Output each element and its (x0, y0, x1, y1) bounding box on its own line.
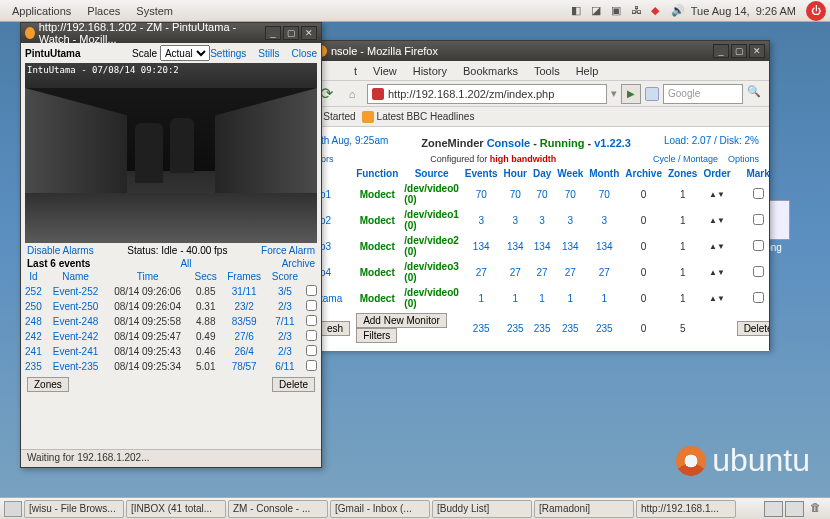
scale-select[interactable]: Actual (160, 45, 210, 61)
taskbar-item[interactable]: http://192.168.1... (636, 500, 736, 518)
event-name[interactable]: Event-252 (53, 286, 99, 297)
function-cell[interactable]: Modect (353, 233, 401, 259)
event-id[interactable]: 241 (25, 346, 42, 357)
mark-checkbox[interactable] (753, 188, 764, 199)
taskbar-item[interactable]: [INBOX (41 total... (126, 500, 226, 518)
mark-checkbox[interactable] (753, 292, 764, 303)
order-arrows[interactable]: ▲▼ (700, 285, 733, 311)
menu-item[interactable]: t (346, 63, 365, 79)
function-cell[interactable]: Modect (353, 285, 401, 311)
event-checkbox[interactable] (306, 330, 317, 341)
search-box[interactable]: Google (663, 84, 743, 104)
force-alarm-link[interactable]: Force Alarm (261, 245, 315, 256)
event-checkbox[interactable] (306, 315, 317, 326)
minimize-button[interactable]: _ (713, 44, 729, 58)
monitor-link[interactable]: tama (320, 293, 342, 304)
source-cell[interactable]: /dev/video2 (0) (401, 233, 461, 259)
go-button[interactable]: ▶ (621, 84, 641, 104)
search-icon[interactable]: 🔍 (747, 85, 765, 103)
event-checkbox[interactable] (306, 300, 317, 311)
close-button[interactable]: ✕ (301, 26, 317, 40)
refresh-button[interactable]: esh (320, 321, 350, 336)
mark-checkbox[interactable] (753, 266, 764, 277)
stills-link[interactable]: Stills (258, 48, 279, 59)
tray-icon[interactable]: ◧ (571, 4, 585, 18)
close-button[interactable]: ✕ (749, 44, 765, 58)
event-checkbox[interactable] (306, 285, 317, 296)
minimize-button[interactable]: _ (265, 26, 281, 40)
order-arrows[interactable]: ▲▼ (700, 181, 733, 207)
dropdown-icon[interactable]: ▾ (611, 87, 617, 100)
mark-checkbox[interactable] (753, 214, 764, 225)
order-arrows[interactable]: ▲▼ (700, 207, 733, 233)
event-name[interactable]: Event-250 (53, 301, 99, 312)
show-desktop-button[interactable] (4, 501, 22, 517)
tray-icon[interactable]: ▣ (611, 4, 625, 18)
order-arrows[interactable]: ▲▼ (700, 233, 733, 259)
menu-view[interactable]: View (365, 63, 405, 79)
event-checkbox[interactable] (306, 360, 317, 371)
add-monitor-button[interactable]: Add New Monitor (356, 313, 447, 328)
bookmark-item[interactable]: Latest BBC Headlines (362, 111, 475, 123)
tray-icon[interactable]: ◪ (591, 4, 605, 18)
clock-time[interactable]: 9:26 AM (756, 5, 796, 17)
maximize-button[interactable]: ▢ (731, 44, 747, 58)
order-arrows[interactable]: ▲▼ (700, 259, 733, 285)
event-name[interactable]: Event-248 (53, 316, 99, 327)
event-id[interactable]: 250 (25, 301, 42, 312)
workspace-switcher[interactable] (764, 501, 804, 517)
settings-link[interactable]: Settings (210, 48, 246, 59)
event-id[interactable]: 252 (25, 286, 42, 297)
url-bar[interactable]: http://192.168.1.202/zm/index.php (367, 84, 607, 104)
menu-help[interactable]: Help (568, 63, 607, 79)
function-cell[interactable]: Modect (353, 207, 401, 233)
event-checkbox[interactable] (306, 345, 317, 356)
disable-alarms-link[interactable]: Disable Alarms (27, 245, 94, 256)
source-cell[interactable]: /dev/video0 (0) (401, 181, 461, 207)
titlebar[interactable]: http://192.168.1.202 - ZM - PintuUtama -… (21, 23, 321, 43)
total-events[interactable]: 235 (473, 323, 490, 334)
taskbar-item[interactable]: [Buddy List] (432, 500, 532, 518)
updates-icon[interactable]: ◆ (651, 4, 665, 18)
titlebar[interactable]: nsole - Mozilla Firefox _ ▢ ✕ (311, 41, 769, 61)
volume-icon[interactable]: 🔊 (671, 4, 685, 18)
cycle-montage-link[interactable]: Cycle / Montage (653, 154, 718, 164)
source-cell[interactable]: /dev/video3 (0) (401, 259, 461, 285)
options-link[interactable]: Options (728, 154, 759, 164)
taskbar-item[interactable]: [Ramadoni] (534, 500, 634, 518)
filters-button[interactable]: Filters (356, 328, 397, 343)
event-name[interactable]: Event-235 (53, 361, 99, 372)
menu-system[interactable]: System (128, 3, 181, 19)
event-id[interactable]: 235 (25, 361, 42, 372)
taskbar-item[interactable]: [Gmail - Inbox (... (330, 500, 430, 518)
trash-icon[interactable]: 🗑 (810, 501, 826, 517)
all-link[interactable]: All (180, 258, 191, 269)
taskbar-item[interactable]: [wisu - File Brows... (24, 500, 124, 518)
event-id[interactable]: 242 (25, 331, 42, 342)
source-cell[interactable]: /dev/video1 (0) (401, 207, 461, 233)
close-link[interactable]: Close (291, 48, 317, 59)
network-icon[interactable]: 🖧 (631, 4, 645, 18)
mark-checkbox[interactable] (753, 240, 764, 251)
menu-tools[interactable]: Tools (526, 63, 568, 79)
menu-history[interactable]: History (405, 63, 455, 79)
event-id[interactable]: 248 (25, 316, 42, 327)
function-cell[interactable]: Modect (353, 259, 401, 285)
menu-bookmarks[interactable]: Bookmarks (455, 63, 526, 79)
event-name[interactable]: Event-242 (53, 331, 99, 342)
clock-day[interactable]: Tue Aug 14, (691, 5, 750, 17)
timestamp-link[interactable]: th Aug, 9:25am (321, 135, 388, 151)
home-button[interactable]: ⌂ (341, 83, 363, 105)
event-name[interactable]: Event-241 (53, 346, 99, 357)
maximize-button[interactable]: ▢ (283, 26, 299, 40)
delete-button[interactable]: Delete (272, 377, 315, 392)
version-link[interactable]: v1.22.3 (594, 137, 631, 149)
archive-link[interactable]: Archive (282, 258, 315, 269)
source-cell[interactable]: /dev/video0 (0) (401, 285, 461, 311)
bandwidth-link[interactable]: high bandwidth (490, 154, 557, 164)
function-cell[interactable]: Modect (353, 181, 401, 207)
menu-applications[interactable]: Applications (4, 3, 79, 19)
taskbar-item[interactable]: ZM - Console - ... (228, 500, 328, 518)
delete-button[interactable]: Delete (737, 321, 769, 336)
console-link[interactable]: Console (487, 137, 530, 149)
